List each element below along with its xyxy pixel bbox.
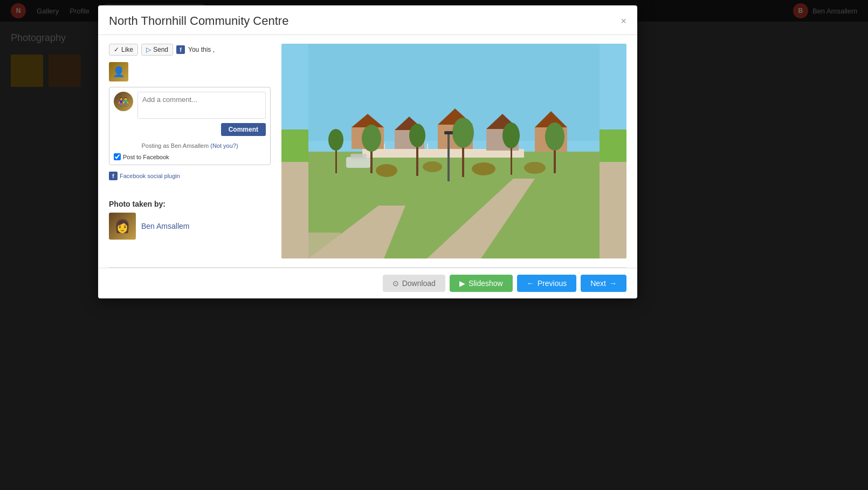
svg-rect-44 — [350, 154, 367, 159]
comment-submit-row: Comment — [109, 123, 270, 140]
svg-rect-14 — [362, 153, 524, 158]
previous-arrow-icon: ← — [527, 279, 534, 288]
modal-body: ✓ Like ▷ Send f You this , 👤 👫 — [98, 35, 637, 267]
modal-header: North Thornhill Community Centre × — [98, 5, 637, 35]
photo-taken-by-section: Photo taken by: 👩 Ben Amsallem — [109, 191, 271, 240]
checkmark-icon: ✓ — [114, 46, 119, 53]
close-button[interactable]: × — [621, 16, 626, 26]
you-like-text: You this , — [188, 46, 215, 53]
photo-modal: North Thornhill Community Centre × ✓ Lik… — [98, 5, 637, 298]
park-scene-svg — [281, 44, 626, 258]
right-panel — [281, 44, 626, 258]
svg-point-32 — [502, 122, 520, 148]
photo-author-row: 👩 Ben Amsallem — [109, 213, 271, 240]
download-icon: ⊙ — [392, 279, 399, 288]
comment-input-row: 👫 — [109, 87, 270, 123]
send-label: Send — [153, 46, 168, 53]
download-button[interactable]: ⊙ Download — [383, 275, 445, 292]
svg-point-40 — [524, 162, 546, 174]
previous-label: Previous — [538, 279, 567, 288]
post-to-facebook-label: Post to Facebook — [123, 154, 169, 160]
svg-point-34 — [545, 122, 564, 151]
main-photo-container — [281, 44, 626, 258]
author-avatar: 👩 — [109, 213, 136, 240]
next-button[interactable]: Next → — [581, 275, 626, 292]
send-icon: ▷ — [146, 46, 151, 53]
download-label: Download — [402, 279, 436, 288]
send-button[interactable]: ▷ Send — [141, 44, 173, 56]
fb-plugin-icon: f — [109, 172, 118, 180]
modal-title: North Thornhill Community Centre — [109, 14, 288, 28]
left-panel: ✓ Like ▷ Send f You this , 👤 👫 — [109, 44, 271, 258]
svg-marker-45 — [308, 233, 341, 258]
slideshow-label: Slideshow — [469, 279, 503, 288]
social-bar: ✓ Like ▷ Send f You this , — [109, 44, 271, 56]
svg-point-30 — [452, 118, 474, 148]
facebook-plugin-row: f Facebook social plugin — [109, 172, 271, 180]
photo-taken-label: Photo taken by: — [109, 200, 271, 208]
commenter-avatar-2: 👫 — [114, 92, 133, 111]
svg-point-28 — [409, 124, 425, 147]
comment-submit-button[interactable]: Comment — [221, 123, 266, 136]
svg-rect-42 — [444, 131, 453, 134]
svg-point-36 — [328, 129, 343, 151]
svg-point-38 — [423, 161, 442, 172]
svg-point-37 — [376, 164, 397, 177]
svg-point-26 — [362, 125, 381, 152]
not-you-link[interactable]: (Not you?) — [210, 142, 238, 149]
facebook-icon: f — [176, 45, 185, 54]
slideshow-play-icon: ▶ — [459, 279, 465, 288]
next-arrow-icon: → — [609, 279, 617, 288]
like-button[interactable]: ✓ Like — [109, 44, 138, 56]
slideshow-button[interactable]: ▶ Slideshow — [450, 275, 513, 292]
like-label: Like — [121, 46, 133, 53]
next-label: Next — [590, 279, 606, 288]
posting-as-text: Posting as Ben Amsallem — [141, 142, 209, 149]
svg-point-39 — [472, 162, 495, 175]
svg-rect-41 — [447, 133, 450, 181]
modal-footer: ⊙ Download ▶ Slideshow ← Previous Next → — [98, 268, 637, 298]
post-to-facebook-row: Post to Facebook — [109, 151, 270, 165]
comment-input-field[interactable] — [137, 92, 266, 119]
comment-section: 👫 Comment Posting as Ben Amsallem (Not y… — [109, 87, 271, 165]
posting-as-info: Posting as Ben Amsallem (Not you?) — [109, 140, 270, 151]
profile-thumb-strip: 👤 — [109, 62, 271, 81]
fb-plugin-label: Facebook social plugin — [120, 173, 180, 179]
previous-button[interactable]: ← Previous — [517, 275, 576, 292]
commenter-avatar: 👤 — [109, 62, 128, 81]
post-to-facebook-checkbox[interactable] — [114, 153, 121, 160]
author-name-link[interactable]: Ben Amsallem — [141, 222, 189, 230]
